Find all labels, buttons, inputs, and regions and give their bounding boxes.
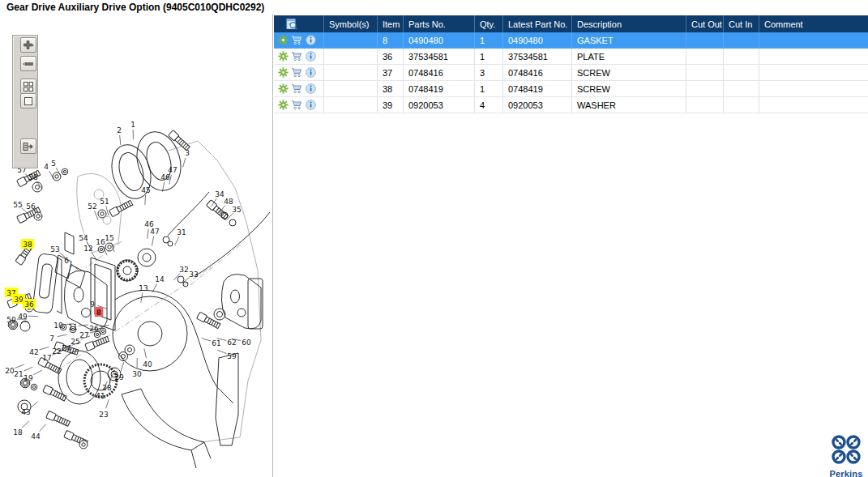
part-label-49[interactable]: 49 <box>18 313 38 321</box>
svg-text:19: 19 <box>24 374 33 382</box>
svg-text:33: 33 <box>189 270 198 279</box>
table-row[interactable]: 39 0920053 4 0920053 WASHER <box>274 97 868 113</box>
svg-text:15: 15 <box>105 234 113 242</box>
cell-cut-in <box>724 32 759 49</box>
add-to-cart-icon[interactable] <box>291 51 302 62</box>
part-label-32[interactable]: 32 <box>173 266 188 281</box>
cell-comment <box>759 65 868 81</box>
part-info-icon[interactable] <box>305 35 316 46</box>
add-to-cart-icon[interactable] <box>291 100 302 111</box>
settings-gear-icon[interactable] <box>277 51 289 62</box>
table-row[interactable]: 37 0748416 3 0748416 SCREW <box>274 65 868 81</box>
svg-text:44: 44 <box>31 432 41 441</box>
part-label-19[interactable]: 19 <box>24 370 42 381</box>
add-to-cart-icon[interactable] <box>291 67 302 79</box>
part-label-40[interactable]: 40 <box>143 348 152 368</box>
cell-parts-no: 0748416 <box>404 65 475 81</box>
svg-text:30: 30 <box>132 370 142 378</box>
svg-text:26: 26 <box>89 325 99 333</box>
part-label-47[interactable]: 47 <box>150 228 159 246</box>
svg-text:12: 12 <box>83 245 92 253</box>
table-row[interactable]: 8 0490480 1 0490480 GASKET <box>274 32 868 49</box>
svg-text:35: 35 <box>232 206 241 214</box>
add-to-cart-icon[interactable] <box>291 83 302 95</box>
part-label-8[interactable]: 8 <box>95 307 104 317</box>
part-label-14[interactable]: 14 <box>152 275 165 292</box>
part-label-30[interactable]: 30 <box>132 358 142 377</box>
svg-text:11: 11 <box>68 323 77 331</box>
zoom-out-button[interactable] <box>20 56 36 71</box>
cell-latest-part-no: 0490480 <box>503 32 572 49</box>
part-label-13[interactable]: 13 <box>139 284 148 303</box>
row-actions <box>274 49 324 65</box>
cell-cut-in <box>724 81 759 97</box>
zoom-region-button[interactable] <box>20 93 36 109</box>
part-label-2[interactable]: 2 <box>117 126 122 145</box>
part-info-icon[interactable] <box>305 51 316 62</box>
table-row[interactable]: 38 0748419 1 0748419 SCREW <box>274 81 868 97</box>
cell-parts-no: 0920053 <box>404 97 475 113</box>
cell-latest-part-no: 0920053 <box>503 97 572 113</box>
part-label-3[interactable]: 3 <box>183 149 190 168</box>
part-label-46[interactable]: 46 <box>160 173 170 192</box>
part-label-38[interactable]: 38 <box>21 239 34 249</box>
svg-text:28: 28 <box>102 384 112 392</box>
part-label-31[interactable]: 31 <box>175 228 186 246</box>
part-label-36[interactable]: 36 <box>23 299 36 309</box>
svg-text:20: 20 <box>5 367 15 375</box>
table-row[interactable]: 36 37534581 1 37534581 PLATE <box>274 49 868 65</box>
cell-parts-no: 0748419 <box>404 81 475 97</box>
svg-text:46: 46 <box>160 173 170 181</box>
parts-art <box>7 126 270 468</box>
settings-gear-icon[interactable] <box>277 100 289 111</box>
cell-symbols <box>324 65 378 81</box>
svg-text:13: 13 <box>139 284 148 292</box>
header-cut-in: Cut In <box>724 15 759 32</box>
part-label-23[interactable]: 23 <box>99 399 109 418</box>
zoom-fit-button[interactable] <box>20 79 36 94</box>
cell-cut-in <box>724 49 759 65</box>
svg-text:60: 60 <box>242 339 251 347</box>
part-label-44[interactable]: 44 <box>31 424 45 441</box>
svg-text:47: 47 <box>150 228 159 236</box>
part-label-43[interactable]: 43 <box>21 402 37 416</box>
cell-item: 36 <box>378 49 404 65</box>
settings-gear-icon[interactable] <box>277 67 289 79</box>
part-label-7[interactable]: 7 <box>49 334 66 343</box>
part-info-icon[interactable] <box>305 67 316 79</box>
svg-text:6: 6 <box>64 257 69 265</box>
part-label-1[interactable]: 1 <box>130 121 135 139</box>
part-info-icon[interactable] <box>305 83 316 95</box>
cell-qty: 3 <box>475 65 503 81</box>
cell-description: SCREW <box>572 65 686 81</box>
header-parts-list-cell <box>274 15 324 32</box>
zoom-in-button[interactable] <box>20 37 36 53</box>
part-info-icon[interactable] <box>305 100 316 111</box>
cell-cut-in <box>724 97 759 113</box>
part-label-45[interactable]: 45 <box>141 186 150 205</box>
svg-text:49: 49 <box>18 313 28 321</box>
region-icon <box>23 96 34 107</box>
cell-item: 37 <box>378 65 404 81</box>
part-label-52[interactable]: 52 <box>88 202 98 220</box>
svg-text:18: 18 <box>13 428 23 437</box>
svg-text:36: 36 <box>24 300 34 309</box>
cell-comment <box>759 81 868 97</box>
svg-text:42: 42 <box>29 348 38 356</box>
part-label-61[interactable]: 61 <box>202 339 221 347</box>
part-label-18[interactable]: 18 <box>13 421 29 436</box>
export-panel-button[interactable] <box>20 138 36 154</box>
svg-text:9: 9 <box>90 300 95 309</box>
settings-gear-icon[interactable] <box>277 35 289 46</box>
cell-cut-out <box>686 49 724 65</box>
part-label-35[interactable]: 35 <box>226 206 241 221</box>
panel-divider <box>272 15 273 477</box>
svg-text:53: 53 <box>50 245 59 253</box>
add-to-cart-icon[interactable] <box>291 35 302 46</box>
svg-text:38: 38 <box>23 241 32 249</box>
settings-gear-icon[interactable] <box>277 83 289 95</box>
zoom-in-icon <box>23 40 34 51</box>
cell-item: 38 <box>378 81 404 97</box>
svg-text:61: 61 <box>212 339 220 347</box>
part-label-59[interactable]: 59 <box>217 350 237 360</box>
